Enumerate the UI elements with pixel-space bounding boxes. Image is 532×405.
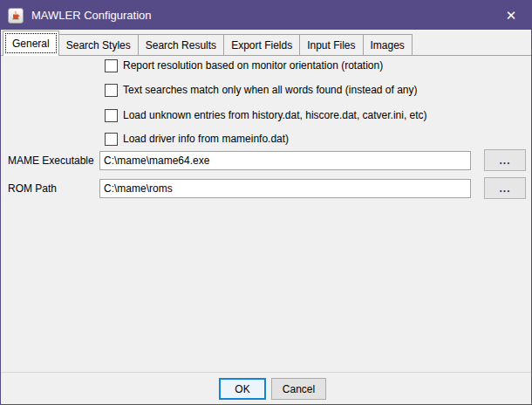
checkbox-label: Load driver info from mameinfo.dat) (123, 133, 289, 145)
tab-bar: General Search Styles Search Results Exp… (1, 30, 531, 56)
button-bar-separator (1, 372, 531, 373)
checkbox-row-report-resolution[interactable]: Report resolution based on monitor orien… (105, 58, 383, 72)
titlebar[interactable]: MAWLER Configuration ✕ (1, 1, 531, 30)
rom-path-input[interactable] (99, 179, 471, 198)
checkbox-label: Text searches match only when all words … (123, 84, 418, 96)
checkbox-label: Load unknown entries from history.dat, h… (123, 109, 427, 121)
tab-search-results[interactable]: Search Results (138, 34, 224, 55)
window-title: MAWLER Configuration (31, 9, 152, 22)
tab-images[interactable]: Images (363, 34, 413, 55)
checkbox-load-driver-info[interactable] (105, 133, 118, 146)
checkbox-load-unknown-entries[interactable] (105, 109, 118, 122)
rom-path-label: ROM Path (8, 179, 57, 198)
checkbox-report-resolution[interactable] (105, 59, 118, 72)
checkbox-row-load-unknown-entries[interactable]: Load unknown entries from history.dat, h… (105, 108, 427, 122)
browse-button-mame-executable[interactable]: ... (484, 149, 526, 171)
checkbox-text-searches[interactable] (105, 84, 118, 97)
close-icon[interactable]: ✕ (491, 1, 531, 30)
checkbox-row-text-searches[interactable]: Text searches match only when all words … (105, 83, 418, 97)
browse-button-rom-path[interactable]: ... (484, 177, 526, 199)
checkbox-label: Report resolution based on monitor orien… (123, 59, 383, 72)
mame-executable-label: MAME Executable (8, 151, 94, 170)
mame-executable-input[interactable] (99, 151, 471, 170)
tab-export-fields[interactable]: Export Fields (223, 34, 300, 55)
tab-search-styles[interactable]: Search Styles (58, 34, 139, 55)
mawler-configuration-dialog: MAWLER Configuration ✕ General Search St… (0, 0, 532, 405)
tab-general[interactable]: General (3, 31, 59, 56)
checkbox-row-load-driver-info[interactable]: Load driver info from mameinfo.dat) (105, 132, 289, 146)
java-coffee-icon (8, 8, 24, 24)
ok-button[interactable]: OK (219, 378, 266, 400)
tab-input-files[interactable]: Input Files (299, 34, 363, 55)
cancel-button[interactable]: Cancel (271, 378, 326, 400)
